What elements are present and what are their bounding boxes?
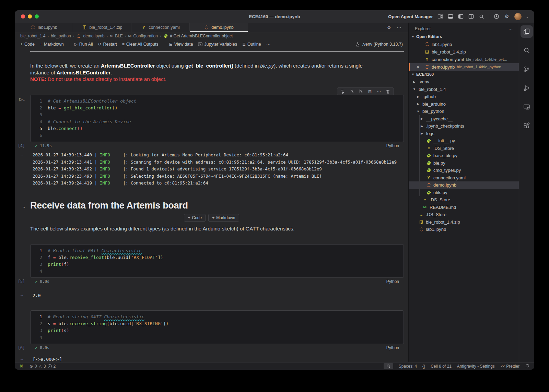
explorer-more-actions-icon[interactable]: ⋯ [509,26,513,32]
tree-item--ds-store[interactable]: ≡.DS_Store [409,211,519,218]
open-editor-item-connection-yaml[interactable]: ✕Yconnection.yamlble_robot_1.4/ble_pyt..… [409,56,519,63]
insert-code-cell-button[interactable]: +Code [184,214,206,222]
add-markdown-cell-button[interactable]: +Markdown [40,42,64,47]
run-debug-activity-icon[interactable] [521,82,533,94]
tree-item-ble-robot-1-4-zip[interactable]: ble_robot_1.4.zip [409,218,519,226]
execute-cell-and-above-icon[interactable] [348,88,356,95]
restart-kernel-button[interactable]: ↺Restart [98,42,117,47]
breadcrumb-item[interactable]: M↓BLE [110,34,123,38]
toggle-panel-icon[interactable] [448,14,454,20]
open-editor-item-ble-robot-1-4-zip[interactable]: ✕ble_robot_1.4.zip [409,48,519,56]
breadcrumb-item[interactable]: M↓Configuration [128,34,158,38]
tree-item-ble-arduino[interactable]: ▶ble_arduino [409,100,519,108]
execute-cell-and-below-icon[interactable] [357,88,365,95]
tree-item--ds-store[interactable]: ≡.DS_Store [409,145,519,152]
editor-more-actions-icon[interactable]: ⋯ [397,25,401,30]
code-cell-3[interactable]: 1# Read a string GATT Charactersistic2s … [30,310,404,352]
tab-demo-ipynb[interactable]: demo.ipynb [190,23,248,32]
outline-button[interactable]: ≣Outline [242,42,261,47]
close-editor-icon[interactable]: ✕ [416,64,422,69]
collapse-section-chevron-icon[interactable]: ⌄ [22,204,26,209]
code-line[interactable]: 4 [31,334,404,341]
run-cell-button[interactable]: ▷⌄ [19,97,25,102]
breadcrumb-item-cell[interactable]: # Get ArtemisBLEController object [163,34,233,39]
code-line[interactable]: 1# Read a string GATT Charactersistic [31,313,404,320]
delete-cell-icon[interactable] [384,88,392,95]
code-line[interactable]: 4# Connect to the Artemis Device [31,118,404,125]
tab-lab1-ipynb[interactable]: lab1.ipynb [15,23,73,32]
zoom-window-button[interactable] [35,14,39,19]
code-line[interactable]: 1# Get ArtemisBLEController object [31,98,404,105]
tree-item-demo-ipynb[interactable]: demo.ipynb [409,181,519,189]
remote-explorer-activity-icon[interactable] [521,101,533,113]
output-gutter-more-icon[interactable]: ⋯ [21,357,24,362]
execute-above-icon[interactable] [339,88,347,95]
code-editor[interactable]: 1# Get ArtemisBLEController object2ble =… [30,95,404,142]
tree-item--ds-store[interactable]: ≡.DS_Store [409,196,519,204]
tree-item-ble-python[interactable]: ▼ble_python [409,108,519,115]
tree-item-connection-yaml[interactable]: Yconnection.yaml [409,174,519,182]
code-cell-1[interactable]: ▷⌄ 1# Get ArtemisBLEController object2bl… [30,95,404,150]
code-editor[interactable]: 1# Read a string GATT Charactersistic2s … [30,310,404,344]
code-line[interactable]: 1# Read a float GATT Charactersistic [31,247,404,254]
settings-gear-icon[interactable]: ⚙ [504,14,510,20]
explorer-activity-icon[interactable] [521,25,533,38]
code-line[interactable]: 2ble = get_ble_controller() [31,105,404,111]
remote-indicator-icon[interactable]: ✕ [20,364,23,369]
tree-item--github[interactable]: ▶.github [409,93,519,100]
cell-position-indicator[interactable]: Cell 8 of 21 [431,364,452,369]
toggle-sidebar-left-icon[interactable] [458,14,464,20]
user-avatar[interactable] [514,13,522,20]
prettier-indicator[interactable]: ✓✓Prettier [500,364,519,369]
kernel-picker-button[interactable]: .venv (Python 3.13.7) [355,42,403,47]
code-line[interactable]: 2f = ble.receive_float(ble.uuid['RX_FLOA… [31,254,404,261]
breadcrumb-item[interactable]: demo.ipynb [76,34,104,39]
tree-item-utils-py[interactable]: utils.py [409,189,519,197]
tree-item-lab1-ipynb[interactable]: lab1.ipynb [409,226,519,233]
code-line[interactable]: 6 [31,132,404,139]
code-line[interactable]: 3print(f) [31,261,404,268]
tab-connection-yaml[interactable]: Y connection.yaml [131,23,190,32]
code-line[interactable]: 3print(s) [31,327,404,334]
tree-item-logs[interactable]: ▶logs [409,130,519,138]
tree-item--pycache-[interactable]: ▶__pycache__ [409,115,519,123]
indentation-indicator[interactable]: Spaces: 4 [399,364,417,369]
open-agent-manager-button[interactable]: Open Agent Manager [388,14,433,19]
open-editors-section-header[interactable]: ▼ Open Editors [409,33,519,40]
zoom-indicator-button[interactable] [384,363,393,369]
code-line[interactable]: 4 [31,268,404,275]
minimize-window-button[interactable] [28,14,32,19]
tree-item-ble-robot-1-4[interactable]: ▼ble_robot_1.4 [409,86,519,93]
account-chevron-icon[interactable]: ⌄ [526,15,529,19]
source-control-activity-icon[interactable] [521,63,533,75]
insert-markdown-cell-button[interactable]: +Markdown [208,214,239,222]
open-editor-item-lab1-ipynb[interactable]: ✕lab1.ipynb [409,40,519,48]
tree-item-cmd-types-py[interactable]: cmd_types.py [409,167,519,174]
breadcrumb-item[interactable]: ble_robot_1.4 [20,34,45,38]
jupyter-variables-button[interactable]: Jupyter Variables [198,42,237,47]
code-line[interactable]: 3 [31,111,404,118]
close-window-button[interactable] [21,14,25,19]
cell-more-actions-icon[interactable]: ⋯ [375,88,383,95]
agent-layout-icon[interactable] [437,14,443,20]
notifications-bell-icon[interactable] [525,364,529,368]
toolbar-more-button[interactable]: ⋯ [266,42,271,47]
output-gutter-more-icon[interactable]: ⋯ [21,293,24,298]
add-code-cell-button[interactable]: +Code [20,42,35,47]
breadcrumb-item[interactable]: ble_python [51,34,71,38]
toggle-sidebar-right-icon[interactable] [468,14,474,20]
browser-icon[interactable] [494,14,500,20]
cell-language-label[interactable]: Python [386,279,399,284]
code-editor[interactable]: 1# Read a float GATT Charactersistic2f =… [30,244,404,278]
settings-sync-indicator[interactable]: Antigravity - Settings [457,364,495,369]
search-icon[interactable] [479,14,484,20]
code-cell-2[interactable]: 1# Read a float GATT Charactersistic2f =… [30,244,404,285]
cell-language-label[interactable]: Python [386,143,399,148]
tree-item--venv[interactable]: ▶.venv [409,78,519,86]
search-activity-icon[interactable] [521,44,533,57]
run-all-button[interactable]: ▷Run All [74,42,93,47]
tree-item-ble-py[interactable]: ble.py [409,159,519,167]
clear-all-outputs-button[interactable]: ≡Clear All Outputs [122,42,159,47]
tab-ble-robot-zip[interactable]: ble_robot_1.4.zip [73,23,131,32]
problems-indicator[interactable]: ⊗0 △3 i2 [30,364,56,369]
